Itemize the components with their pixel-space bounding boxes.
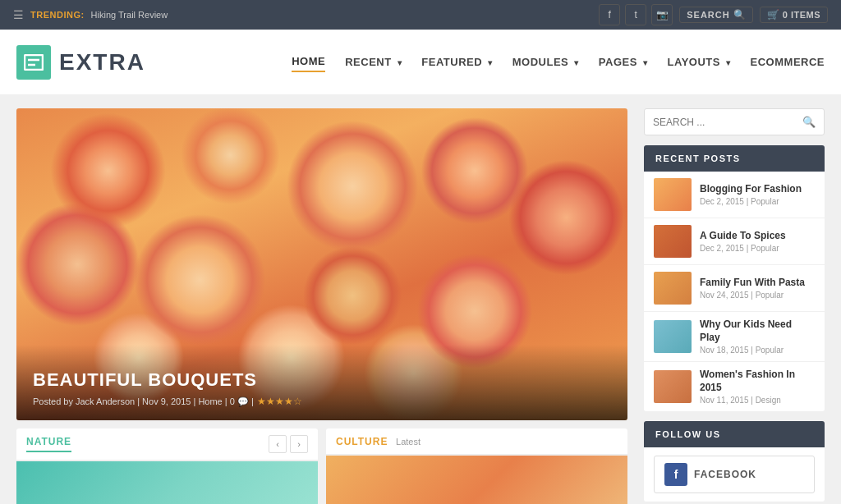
- search-icon: 🔍: [733, 9, 746, 21]
- twitter-social-icon[interactable]: t: [625, 4, 646, 25]
- main-content: BEAUTIFUL BOUQUETS Posted by Jack Anders…: [16, 108, 627, 504]
- recent-post-meta-5: Nov 11, 2015 | Design: [700, 396, 815, 405]
- culture-section-header: CULTURE Latest: [326, 428, 627, 456]
- recent-post-meta-4: Nov 18, 2015 | Popular: [700, 346, 815, 355]
- recent-post-info-1: Blogging For Fashion Dec 2, 2015 | Popul…: [700, 183, 815, 207]
- trending-label: TRENDING:: [30, 10, 85, 20]
- main-nav: HOME RECENT ▾ FEATURED ▾ MODULES ▾ PAGES…: [292, 52, 825, 72]
- hero-author: Posted by Jack Anderson | Nov 9, 2015 | …: [33, 396, 254, 407]
- social-icons: f t 📷: [599, 4, 673, 25]
- cart-label: 0 ITEMS: [783, 10, 820, 20]
- hero-meta: Posted by Jack Anderson | Nov 9, 2015 | …: [33, 396, 611, 407]
- nav-item-home[interactable]: HOME: [292, 52, 325, 72]
- recent-post-3[interactable]: Family Fun With Pasta Nov 24, 2015 | Pop…: [644, 265, 825, 312]
- nav-item-recent[interactable]: RECENT ▾: [345, 53, 402, 71]
- recent-post-info-4: Why Our Kids Need Play Nov 18, 2015 | Po…: [700, 318, 815, 355]
- nature-image: [16, 461, 318, 504]
- logo-area[interactable]: EXTRA: [16, 45, 145, 80]
- recent-post-thumb-5: [654, 370, 692, 403]
- hero-stars: ★★★★☆: [257, 396, 302, 407]
- logo-text: EXTRA: [59, 49, 145, 76]
- search-label: SEARCH: [687, 10, 729, 20]
- recent-post-thumb-1: [654, 178, 692, 211]
- culture-image: [326, 456, 627, 504]
- recent-post-4[interactable]: Why Our Kids Need Play Nov 18, 2015 | Po…: [644, 312, 825, 362]
- recent-post-thumb-3: [654, 272, 692, 305]
- follow-us-section: FOLLOW US f FACEBOOK: [644, 421, 825, 502]
- follow-section: f FACEBOOK: [644, 447, 825, 502]
- nature-section-title: NATURE: [26, 436, 71, 452]
- top-search-bar[interactable]: SEARCH 🔍: [679, 7, 752, 23]
- recent-post-info-3: Family Fun With Pasta Nov 24, 2015 | Pop…: [700, 277, 815, 300]
- sidebar-search[interactable]: 🔍: [644, 108, 825, 135]
- recent-post-5[interactable]: Women's Fashion In 2015 Nov 11, 2015 | D…: [644, 362, 825, 411]
- recent-post-1[interactable]: Blogging For Fashion Dec 2, 2015 | Popul…: [644, 172, 825, 218]
- recent-post-info-2: A Guide To Spices Dec 2, 2015 | Popular: [700, 230, 815, 254]
- recent-post-meta-2: Dec 2, 2015 | Popular: [700, 244, 815, 253]
- cart-area[interactable]: 🛒 0 ITEMS: [760, 7, 828, 23]
- nav-item-featured[interactable]: FEATURED ▾: [421, 53, 492, 71]
- cart-icon: 🛒: [767, 9, 779, 21]
- culture-latest-label: Latest: [396, 437, 420, 447]
- sidebar-search-input[interactable]: [653, 117, 797, 128]
- recent-post-title-4: Why Our Kids Need Play: [700, 318, 815, 344]
- recent-post-meta-3: Nov 24, 2015 | Popular: [700, 291, 815, 300]
- hero-overlay: BEAUTIFUL BOUQUETS Posted by Jack Anders…: [16, 345, 627, 420]
- hero-title: BEAUTIFUL BOUQUETS: [33, 369, 611, 391]
- recent-post-title-1: Blogging For Fashion: [700, 183, 815, 196]
- recent-post-meta-1: Dec 2, 2015 | Popular: [700, 197, 815, 206]
- follow-us-header: FOLLOW US: [644, 421, 825, 447]
- sections-row: NATURE ‹ › CULTURE Latest: [16, 428, 627, 504]
- nature-prev-button[interactable]: ‹: [269, 435, 287, 453]
- facebook-icon: f: [664, 463, 687, 486]
- sidebar-search-icon: 🔍: [802, 116, 816, 128]
- nav-item-modules[interactable]: MODULES ▾: [512, 53, 579, 71]
- hero-image[interactable]: BEAUTIFUL BOUQUETS Posted by Jack Anders…: [16, 108, 627, 420]
- nature-section: NATURE ‹ ›: [16, 428, 318, 504]
- top-bar: ☰ TRENDING: Hiking Trail Review f t 📷 SE…: [0, 0, 841, 30]
- nav-item-pages[interactable]: PAGES ▾: [599, 53, 648, 71]
- recent-post-thumb-2: [654, 225, 692, 258]
- culture-title-row: CULTURE Latest: [336, 435, 420, 447]
- nature-arrows: ‹ ›: [269, 435, 308, 453]
- svg-rect-0: [25, 55, 43, 70]
- content-wrapper: BEAUTIFUL BOUQUETS Posted by Jack Anders…: [0, 95, 841, 504]
- sidebar: 🔍 RECENT POSTS Blogging For Fashion Dec …: [644, 108, 825, 504]
- recent-post-2[interactable]: A Guide To Spices Dec 2, 2015 | Popular: [644, 218, 825, 265]
- top-bar-left: ☰ TRENDING: Hiking Trail Review: [13, 8, 168, 21]
- instagram-social-icon[interactable]: 📷: [651, 4, 673, 25]
- trending-link[interactable]: Hiking Trail Review: [91, 10, 168, 20]
- facebook-social-icon[interactable]: f: [599, 4, 620, 25]
- site-header: EXTRA HOME RECENT ▾ FEATURED ▾ MODULES ▾…: [0, 30, 841, 95]
- recent-post-title-3: Family Fun With Pasta: [700, 277, 815, 290]
- nature-next-button[interactable]: ›: [290, 435, 308, 453]
- hamburger-icon[interactable]: ☰: [13, 8, 24, 21]
- recent-posts-header: RECENT POSTS: [644, 145, 825, 172]
- recent-post-thumb-4: [654, 320, 692, 353]
- follow-facebook-button[interactable]: f FACEBOOK: [654, 456, 815, 493]
- culture-section: CULTURE Latest: [326, 428, 627, 504]
- recent-post-title-2: A Guide To Spices: [700, 230, 815, 243]
- recent-post-info-5: Women's Fashion In 2015 Nov 11, 2015 | D…: [700, 369, 815, 405]
- recent-post-title-5: Women's Fashion In 2015: [700, 369, 815, 394]
- top-bar-right: f t 📷 SEARCH 🔍 🛒 0 ITEMS: [599, 4, 828, 25]
- recent-posts-section: RECENT POSTS Blogging For Fashion Dec 2,…: [644, 145, 825, 411]
- facebook-label: FACEBOOK: [694, 469, 756, 480]
- nav-item-ecommerce[interactable]: ECOMMERCE: [751, 53, 825, 71]
- culture-section-title: CULTURE: [336, 436, 388, 447]
- logo-icon: [16, 45, 51, 80]
- nav-item-layouts[interactable]: LAYOUTS ▾: [668, 53, 731, 71]
- nature-section-header: NATURE ‹ ›: [16, 428, 318, 461]
